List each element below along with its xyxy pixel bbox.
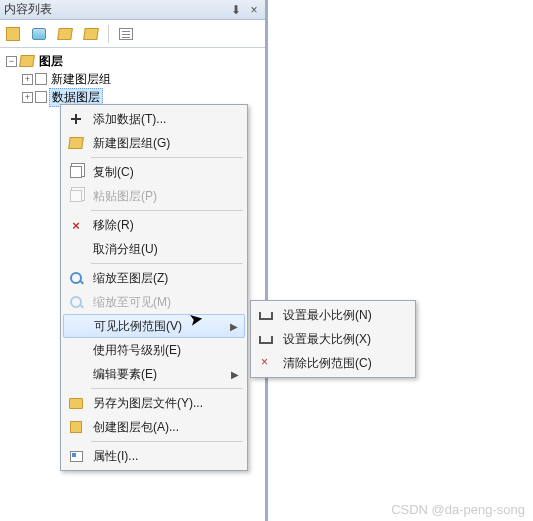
menu-ungroup[interactable]: 取消分组(U) (63, 237, 245, 261)
menu-visible-scale[interactable]: 可见比例范围(V) ▶ (63, 314, 245, 338)
options-icon[interactable] (117, 25, 135, 43)
list-by-selection-icon[interactable] (82, 25, 100, 43)
expander-icon[interactable]: + (22, 92, 33, 103)
submenu-set-max[interactable]: 设置最大比例(X) (253, 327, 413, 351)
clear-scale-icon (253, 351, 279, 375)
toolbar-separator (108, 25, 109, 43)
layer-checkbox[interactable] (35, 91, 47, 103)
menu-separator (91, 388, 243, 389)
zoom-icon (63, 290, 89, 314)
copy-icon (63, 160, 89, 184)
paste-icon (63, 184, 89, 208)
max-scale-icon (253, 327, 279, 351)
menu-symbol-level[interactable]: 使用符号级别(E) (63, 338, 245, 362)
edit-icon (63, 362, 89, 386)
tree-row-root[interactable]: − 图层 (2, 52, 263, 70)
menu-remove[interactable]: × 移除(R) (63, 213, 245, 237)
expander-icon[interactable]: + (22, 74, 33, 85)
menu-separator (91, 157, 243, 158)
layer-tree: − 图层 + 新建图层组 + 数据图层 (0, 48, 265, 110)
menu-save-as[interactable]: 另存为图层文件(Y)... (63, 391, 245, 415)
submenu-arrow-icon: ▶ (230, 321, 244, 332)
symbol-icon (63, 338, 89, 362)
submenu-visible-scale: 设置最小比例(N) 设置最大比例(X) 清除比例范围(C) (250, 300, 416, 378)
menu-create-pkg[interactable]: 创建图层包(A)... (63, 415, 245, 439)
menu-edit-features[interactable]: 编辑要素(E) ▶ (63, 362, 245, 386)
watermark: CSDN @da-peng-song (391, 502, 525, 517)
menu-properties[interactable]: 属性(I)... (63, 444, 245, 468)
min-scale-icon (253, 303, 279, 327)
menu-zoom-visible: 缩放至可见(M) (63, 290, 245, 314)
properties-icon (63, 444, 89, 468)
list-by-source-icon[interactable] (30, 25, 48, 43)
menu-separator (91, 441, 243, 442)
remove-icon: × (63, 213, 89, 237)
zoom-icon (63, 266, 89, 290)
menu-new-group[interactable]: 新建图层组(G) (63, 131, 245, 155)
plus-icon (63, 107, 89, 131)
tree-label[interactable]: 图层 (37, 53, 65, 70)
ungroup-icon (63, 237, 89, 261)
panel-header: 内容列表 ⬇ × (0, 0, 265, 20)
tree-row-group[interactable]: + 新建图层组 (2, 70, 263, 88)
menu-zoom-layer[interactable]: 缩放至图层(Z) (63, 266, 245, 290)
list-by-draw-icon[interactable] (4, 25, 22, 43)
submenu-set-min[interactable]: 设置最小比例(N) (253, 303, 413, 327)
submenu-clear[interactable]: 清除比例范围(C) (253, 351, 413, 375)
menu-paste: 粘贴图层(P) (63, 184, 245, 208)
close-icon[interactable]: × (247, 3, 261, 17)
menu-separator (91, 210, 243, 211)
package-icon (63, 415, 89, 439)
layers-icon (63, 131, 89, 155)
pin-icon[interactable]: ⬇ (229, 3, 243, 17)
submenu-arrow-icon: ▶ (231, 369, 245, 380)
list-by-visibility-icon[interactable] (56, 25, 74, 43)
scale-icon (64, 315, 90, 337)
save-icon (63, 391, 89, 415)
menu-add-data[interactable]: 添加数据(T)... (63, 107, 245, 131)
context-menu: 添加数据(T)... 新建图层组(G) 复制(C) 粘贴图层(P) × 移除(R… (60, 104, 248, 471)
expander-icon[interactable]: − (6, 56, 17, 67)
dataframe-icon (19, 53, 35, 69)
layer-checkbox[interactable] (35, 73, 47, 85)
menu-copy[interactable]: 复制(C) (63, 160, 245, 184)
panel-toolbar (0, 20, 265, 48)
panel-title: 内容列表 (4, 1, 229, 18)
tree-label[interactable]: 新建图层组 (49, 71, 113, 88)
menu-separator (91, 263, 243, 264)
